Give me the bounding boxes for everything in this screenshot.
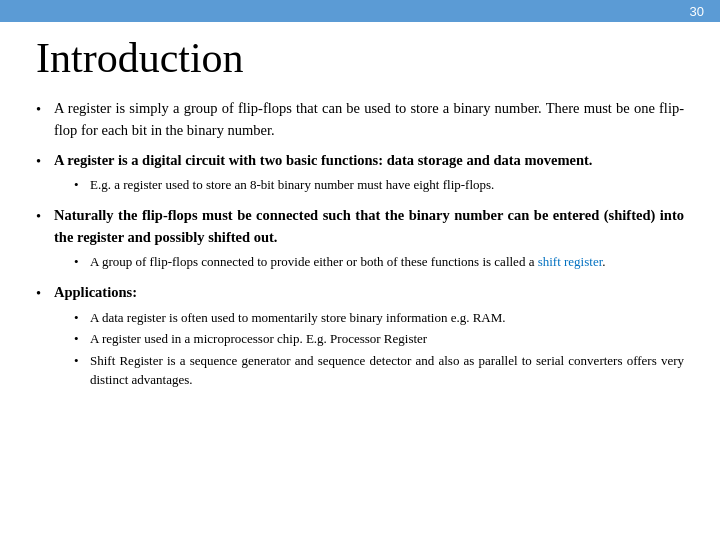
sub-text: A group of flip-flops connected to provi… <box>90 252 684 272</box>
list-item: • Applications: • A data register is oft… <box>36 282 684 392</box>
sub-text: A register used in a microprocessor chip… <box>90 329 684 349</box>
bullet-dot: • <box>36 99 54 121</box>
sub-text: E.g. a register used to store an 8-bit b… <box>90 175 684 195</box>
list-item: • Shift Register is a sequence generator… <box>74 351 684 390</box>
sub-text: A data register is often used to momenta… <box>90 308 684 328</box>
list-item: • A data register is often used to momen… <box>74 308 684 328</box>
sub-bullet-list: • E.g. a register used to store an 8-bit… <box>54 175 684 195</box>
main-bullet-list: • A register is simply a group of flip-f… <box>36 98 684 392</box>
shift-register-link: shift register <box>538 254 603 269</box>
sub-bullet-list: • A group of flip-flops connected to pro… <box>54 252 684 272</box>
sub-dot: • <box>74 329 90 349</box>
slide-content: Introduction • A register is simply a gr… <box>0 22 720 416</box>
bullet-text: Naturally the flip-flops must be connect… <box>54 205 684 274</box>
bullet-dot: • <box>36 283 54 305</box>
sub-dot: • <box>74 351 90 371</box>
bullet-text: A register is a digital circuit with two… <box>54 150 684 197</box>
list-item: • Naturally the flip-flops must be conne… <box>36 205 684 274</box>
bullet-text: A register is simply a group of flip-flo… <box>54 98 684 142</box>
bold-text: Naturally the flip-flops must be connect… <box>54 207 684 245</box>
bold-text: A register is a digital circuit with two… <box>54 152 593 168</box>
list-item: • A register is a digital circuit with t… <box>36 150 684 197</box>
list-item: • A register used in a microprocessor ch… <box>74 329 684 349</box>
sub-text-after: . <box>602 254 605 269</box>
sub-dot: • <box>74 308 90 328</box>
page-number: 30 <box>690 4 704 19</box>
sub-text-before: A group of flip-flops connected to provi… <box>90 254 538 269</box>
list-item: • A register is simply a group of flip-f… <box>36 98 684 142</box>
bullet-dot: • <box>36 151 54 173</box>
bullet-text: Applications: • A data register is often… <box>54 282 684 392</box>
list-item: • E.g. a register used to store an 8-bit… <box>74 175 684 195</box>
page-number-bar: 30 <box>0 0 720 22</box>
sub-bullet-list: • A data register is often used to momen… <box>54 308 684 390</box>
bold-text: Applications: <box>54 284 137 300</box>
slide-title: Introduction <box>36 34 684 82</box>
sub-dot: • <box>74 252 90 272</box>
sub-text: Shift Register is a sequence generator a… <box>90 351 684 390</box>
list-item: • A group of flip-flops connected to pro… <box>74 252 684 272</box>
bullet-dot: • <box>36 206 54 228</box>
sub-dot: • <box>74 175 90 195</box>
